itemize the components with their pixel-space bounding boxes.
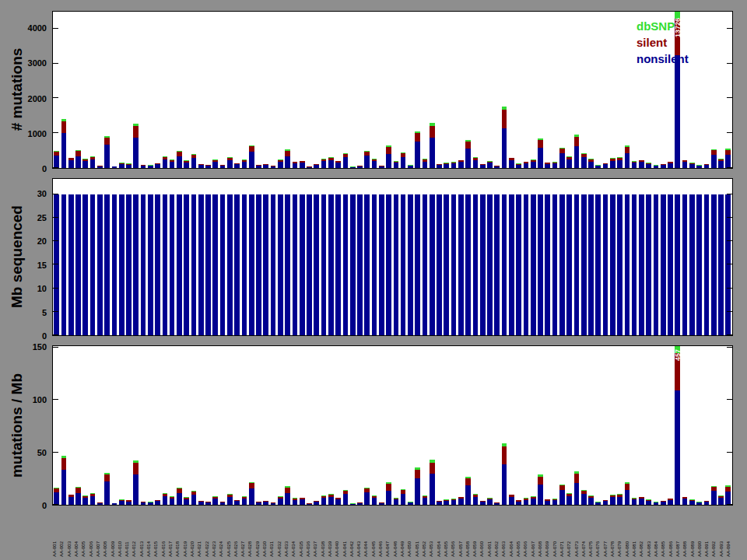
y-tick-mark: [53, 28, 58, 29]
bar-segment: [718, 498, 724, 505]
bar-slot: [205, 179, 212, 335]
bar-segment: [90, 159, 96, 168]
bar-stack: [509, 158, 514, 168]
bar-segment: [285, 156, 290, 168]
y-tick-mark: [727, 167, 732, 168]
bars-container: [53, 346, 732, 505]
bar-stack: [372, 194, 377, 335]
bar-segment: [704, 194, 710, 335]
bar-slot: [652, 346, 659, 505]
bar-segment: [473, 160, 479, 168]
bar-segment: [531, 194, 536, 335]
x-tick-label: AA-007: [96, 509, 103, 557]
bar-slot: [559, 346, 566, 505]
bar-slot: [154, 346, 161, 505]
bar-segment: [423, 162, 428, 168]
bar-slot: [103, 179, 110, 335]
bar-segment: [545, 164, 550, 168]
bar-segment: [256, 166, 261, 168]
bar-slot: [82, 346, 89, 505]
bar-slot: [530, 346, 537, 505]
bar-stack: [163, 194, 168, 335]
bar-segment: [61, 194, 67, 335]
bar-stack: [104, 473, 110, 505]
bar-stack: [632, 194, 637, 335]
bar-stack: [126, 194, 132, 335]
bar-segment: [574, 483, 580, 505]
bar-slot: [703, 346, 710, 505]
bar-stack: [177, 488, 182, 505]
bar-slot: [277, 179, 284, 335]
bar-segment: [545, 194, 550, 335]
bar-stack: [661, 501, 666, 505]
bar-stack: [234, 500, 240, 505]
bar-slot: [53, 12, 60, 168]
bar-stack: [234, 194, 240, 335]
bar-slot: [233, 179, 240, 335]
bar-stack: [126, 163, 132, 168]
bar-segment: [654, 166, 659, 168]
bar-slot: [465, 12, 472, 168]
bar-slot: [75, 346, 82, 505]
x-tick-label: AA-002: [59, 509, 66, 557]
bar-slot: [176, 12, 183, 168]
bar-segment: [617, 194, 622, 335]
bar-segment: [75, 156, 81, 168]
bar-segment: [718, 161, 724, 168]
x-tick-label: AA-071: [559, 509, 566, 557]
bar-segment: [668, 163, 673, 168]
x-tick-label: AA-015: [153, 509, 160, 557]
bar-segment: [227, 194, 233, 335]
x-tick-label: AA-056: [451, 509, 458, 557]
bar-segment: [480, 194, 486, 335]
bar-slot: [717, 12, 724, 168]
bar-stack: [307, 194, 312, 335]
x-tick-label: AA-044: [363, 509, 370, 557]
bar-segment: [68, 160, 74, 168]
bar-slot: [291, 12, 298, 168]
bar-slot: [219, 179, 226, 335]
bar-slot: [320, 12, 327, 168]
bar-stack: [112, 166, 117, 168]
bar-stack: [133, 124, 139, 168]
bar-slot: [551, 12, 558, 168]
plot-area-mutations: dbSNP silent nonsilent 13726: [52, 11, 733, 169]
bar-segment: [473, 194, 479, 335]
bar-stack: [725, 485, 731, 505]
y-tick-mark: [53, 399, 58, 400]
bar-segment: [68, 194, 74, 335]
bar-stack: [220, 165, 226, 168]
bar-slot: [349, 179, 356, 335]
bar-slot: [233, 12, 240, 168]
x-tick-label: AA-040: [335, 509, 342, 557]
bar-stack: [696, 502, 702, 505]
y-tick-label: 5: [42, 308, 47, 317]
x-tick-label: AA-016: [161, 509, 168, 557]
x-tick-label: AA-067: [531, 509, 538, 557]
bar-stack: [335, 161, 341, 168]
bar-segment: [133, 463, 139, 474]
bar-segment: [82, 498, 88, 505]
bar-stack: [545, 163, 550, 168]
bar-stack: [271, 194, 276, 335]
bar-slot: [190, 179, 197, 335]
bar-slot: [96, 179, 103, 335]
bar-segment: [335, 163, 341, 168]
bar-slot: [139, 179, 146, 335]
bar-slot: [356, 179, 363, 335]
bar-segment: [603, 164, 608, 168]
bars-container: [53, 179, 732, 335]
bar-slot: [400, 346, 407, 505]
bar-slot: [436, 179, 443, 335]
bar-stack: [61, 194, 67, 335]
bar-stack: [119, 194, 124, 335]
x-tick-label: AA-041: [342, 509, 349, 557]
y-tick-mark: [727, 311, 732, 312]
bar-segment: [538, 477, 543, 485]
bar-segment: [574, 137, 580, 146]
bar-slot: [436, 346, 443, 505]
bar-slot: [176, 179, 183, 335]
bar-stack: [242, 496, 247, 505]
y-tick-label: 100: [33, 395, 47, 404]
x-tick-label: AA-064: [509, 509, 516, 557]
